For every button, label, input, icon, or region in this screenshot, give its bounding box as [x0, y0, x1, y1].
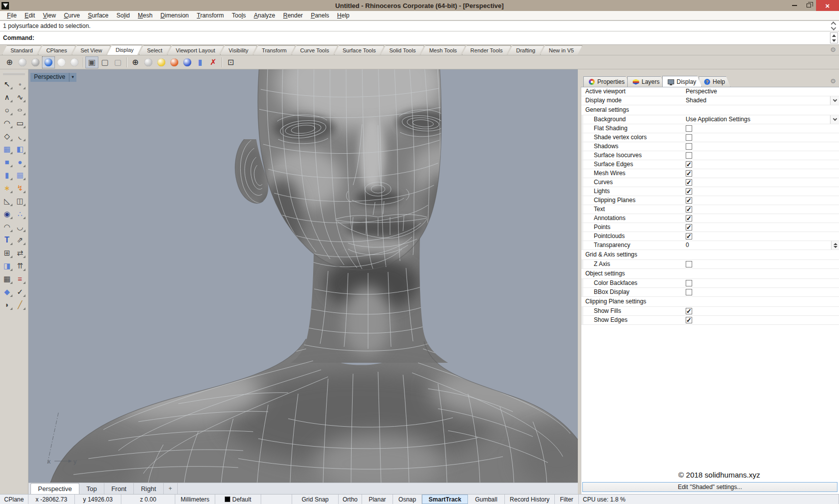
- menu-item[interactable]: Solid: [112, 12, 134, 19]
- sphere-icon[interactable]: ●: [14, 156, 26, 168]
- scale-icon[interactable]: ⇗: [14, 234, 26, 246]
- polyline-icon[interactable]: ↯: [14, 182, 26, 194]
- row-shadows[interactable]: Shadows: [581, 142, 839, 151]
- menu-item[interactable]: Edit: [20, 12, 39, 19]
- row-display-mode[interactable]: Display mode Shaded: [581, 96, 839, 105]
- command-input[interactable]: Command:: [0, 31, 839, 45]
- render-preview-icon[interactable]: [142, 56, 155, 68]
- explode-icon[interactable]: ∗: [1, 182, 13, 194]
- edit-shaded-settings-button[interactable]: Edit "Shaded" settings...: [582, 482, 838, 492]
- row-z-axis[interactable]: Z Axis: [581, 260, 839, 269]
- status-grid-snap[interactable]: Grid Snap: [292, 495, 339, 504]
- flow-surface-icon[interactable]: ◆: [1, 285, 13, 297]
- viewport-tab[interactable]: Right: [134, 483, 163, 494]
- status-ortho[interactable]: Ortho: [339, 495, 362, 504]
- pen-viewport-icon[interactable]: ▢: [111, 56, 124, 68]
- spin-down-icon[interactable]: [832, 39, 836, 42]
- setting-value[interactable]: Shaded: [686, 97, 706, 104]
- surface-grid-icon[interactable]: ▦: [1, 143, 13, 155]
- setting-checkbox[interactable]: [686, 215, 692, 222]
- artistic-viewport-icon[interactable]: ▢: [98, 56, 111, 68]
- menu-item[interactable]: Analyze: [250, 12, 279, 19]
- viewport-tab[interactable]: Top: [79, 483, 104, 494]
- menu-item[interactable]: Curve: [60, 12, 84, 19]
- render-icon[interactable]: ⊕: [129, 56, 142, 68]
- text-icon[interactable]: T: [1, 234, 13, 246]
- toolbar-tab[interactable]: Curve Tools: [292, 45, 338, 55]
- setting-checkbox[interactable]: [686, 289, 692, 295]
- technical-viewport-icon[interactable]: ▣: [85, 56, 98, 68]
- row-curves[interactable]: Curves: [581, 178, 839, 187]
- toolbar-tab[interactable]: CPlanes: [38, 45, 76, 55]
- point-icon[interactable]: ◦: [14, 78, 26, 90]
- palette-grip[interactable]: [3, 72, 25, 75]
- toolbar-tab[interactable]: Select: [139, 45, 171, 55]
- patch-surface-icon[interactable]: ◧: [14, 143, 26, 155]
- status-smarttrack[interactable]: SmartTrack: [422, 495, 468, 504]
- copy-icon[interactable]: ⊞: [1, 247, 13, 258]
- status-cplane[interactable]: CPlane: [0, 495, 28, 504]
- setting-checkbox[interactable]: [686, 134, 692, 141]
- orient-icon[interactable]: ◗: [1, 298, 13, 310]
- shaded-objects-icon[interactable]: [29, 56, 42, 68]
- status-z[interactable]: z 0.00: [121, 495, 175, 504]
- setting-checkbox[interactable]: [686, 280, 692, 286]
- row-surface-isocurves[interactable]: Surface Isocurves: [581, 151, 839, 160]
- status-y[interactable]: y 14926.03: [75, 495, 121, 504]
- toolbar-tab[interactable]: Mesh Tools: [420, 45, 465, 55]
- menu-item[interactable]: Help: [333, 12, 354, 19]
- panel-tab[interactable]: Properties: [583, 76, 630, 87]
- array-icon[interactable]: ▦: [1, 272, 13, 284]
- row-color-backfaces[interactable]: Color Backfaces: [581, 279, 839, 288]
- setting-checkbox[interactable]: [686, 179, 692, 186]
- boolean-icon[interactable]: ◨: [1, 259, 13, 271]
- toolbar-tab[interactable]: Drafting: [507, 45, 544, 55]
- trim-icon[interactable]: ◺: [1, 195, 13, 207]
- panel-tab[interactable]: Help: [699, 76, 731, 87]
- setting-checkbox[interactable]: [686, 143, 692, 150]
- toolbar-tab[interactable]: Visibility: [220, 45, 257, 55]
- mirror-icon[interactable]: ⇄: [14, 247, 26, 258]
- xray-viewport-icon[interactable]: [68, 56, 81, 68]
- toolbar-icon[interactable]: [81, 56, 85, 68]
- command-history[interactable]: 1 polysurface added to selection.: [0, 20, 839, 31]
- refit-curve-icon[interactable]: ◡: [14, 221, 26, 233]
- status-gumball[interactable]: Gumball: [468, 495, 505, 504]
- toolbar-tab[interactable]: Set View: [72, 45, 110, 55]
- close-button[interactable]: ×: [816, 0, 839, 11]
- menu-item[interactable]: Mesh: [134, 12, 156, 19]
- viewport-title-dropdown-icon[interactable]: ▾: [69, 73, 76, 82]
- cylinder-icon[interactable]: ▮: [1, 169, 13, 181]
- dropdown-arrow-icon[interactable]: [830, 96, 839, 105]
- toolbar-tab[interactable]: Solid Tools: [381, 45, 424, 55]
- section-clipping-plane[interactable]: Clipping Plane settings: [581, 297, 839, 307]
- sketch-icon[interactable]: ╱: [14, 298, 26, 310]
- menu-item[interactable]: Render: [279, 12, 307, 19]
- extrude-icon[interactable]: ⇈: [14, 259, 26, 271]
- control-point-curve-icon[interactable]: ∧: [1, 91, 13, 103]
- history-scroll[interactable]: [829, 21, 838, 30]
- environment-icon[interactable]: [168, 56, 181, 68]
- status-layer[interactable]: Default: [215, 495, 261, 504]
- toolbar-icon[interactable]: [220, 56, 224, 68]
- status-record-history[interactable]: Record History: [505, 495, 555, 504]
- rectangle-icon[interactable]: ▭: [14, 117, 26, 129]
- viewport-tab[interactable]: Front: [104, 483, 134, 494]
- setting-checkbox[interactable]: [686, 317, 692, 323]
- setting-checkbox[interactable]: [686, 170, 692, 177]
- menu-item[interactable]: Tools: [228, 12, 250, 19]
- section-object-settings[interactable]: Object settings: [581, 269, 839, 279]
- setting-checkbox[interactable]: [686, 161, 692, 168]
- row-background[interactable]: Background Use Application Settings: [581, 115, 839, 124]
- rebuild-curve-icon[interactable]: ◠: [1, 221, 13, 233]
- tabbar-gear-icon[interactable]: ⚙: [830, 46, 836, 53]
- row-text[interactable]: Text: [581, 205, 839, 214]
- viewport-tab[interactable]: +: [164, 483, 178, 494]
- camera-icon[interactable]: [181, 56, 194, 68]
- setting-checkbox[interactable]: [686, 308, 692, 314]
- scroll-down-icon[interactable]: [831, 25, 837, 30]
- join-icon[interactable]: ◉: [1, 208, 13, 220]
- status-units[interactable]: Millimeters: [175, 495, 215, 504]
- ellipse-icon[interactable]: ○: [14, 104, 26, 116]
- toolbar-tab[interactable]: Surface Tools: [334, 45, 384, 55]
